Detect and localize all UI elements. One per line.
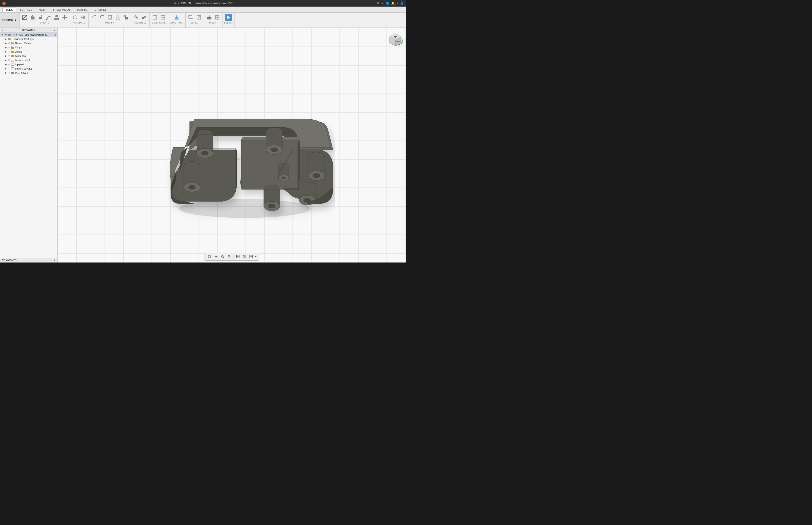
new-sketch-button[interactable] bbox=[21, 14, 28, 21]
configure-btn1[interactable] bbox=[151, 14, 158, 21]
svg-text:Z: Z bbox=[398, 44, 400, 46]
app-icon bbox=[2, 2, 6, 5]
svg-rect-42 bbox=[8, 38, 11, 40]
extrude-button[interactable] bbox=[29, 14, 36, 21]
viewport[interactable]: TOP FRONT X Z bbox=[58, 28, 406, 262]
root-settings-icon[interactable]: ⚙ bbox=[54, 34, 56, 36]
bottum-part-visibility-icon[interactable]: 👁 bbox=[7, 59, 10, 62]
3d-model bbox=[147, 81, 335, 223]
dropdown-chevron[interactable]: ▼ bbox=[255, 255, 257, 258]
configure-btn2[interactable] bbox=[159, 14, 167, 21]
browser-item-top-part[interactable]: ▶ 👁 top part:1 bbox=[0, 62, 57, 66]
named-views-expand[interactable]: ▶ bbox=[4, 42, 7, 45]
named-views-label: Named Views bbox=[15, 42, 31, 45]
root-expand-icon[interactable]: ▼ bbox=[1, 33, 4, 36]
design-mode-button[interactable]: DESIGN ▼ bbox=[0, 13, 19, 28]
insert-btn2[interactable] bbox=[214, 14, 221, 21]
browser-item-battery-cover[interactable]: ▶ 👁 battery cover:1 bbox=[0, 66, 57, 71]
bell-icon[interactable]: 🔔 bbox=[391, 2, 395, 5]
doc-settings-expand[interactable]: ▶ bbox=[4, 38, 7, 41]
browser-item-sketches[interactable]: ▶ 👁 Sketches bbox=[0, 54, 57, 58]
scale-button[interactable] bbox=[122, 14, 129, 21]
tab-utilities[interactable]: UTILITIES bbox=[92, 7, 109, 12]
top-part-visibility-icon[interactable]: 👁 bbox=[7, 63, 10, 66]
environment-button[interactable] bbox=[248, 254, 254, 259]
top-part-icons: 👁 bbox=[7, 63, 14, 66]
browser-label: BROWSER bbox=[22, 29, 35, 31]
browser-item-document-settings[interactable]: ▶ Document Settings bbox=[0, 37, 57, 41]
root-doc-icon bbox=[7, 33, 11, 36]
origin-expand[interactable]: ▶ bbox=[4, 46, 7, 49]
close-icon[interactable]: ✕ bbox=[377, 2, 379, 5]
browser-expand[interactable]: » bbox=[54, 29, 56, 31]
construct-btn1[interactable] bbox=[173, 14, 181, 21]
automate-btn2[interactable] bbox=[79, 14, 87, 21]
browser-root-item[interactable]: ▼ 👁 PHYTION_005_transmitter e... ⚙ bbox=[0, 33, 57, 37]
bottum-part-expand[interactable]: ▶ bbox=[4, 59, 7, 62]
inspect-btn1[interactable] bbox=[187, 14, 195, 21]
svg-point-110 bbox=[221, 255, 223, 257]
pcb-new-expand[interactable]: ▶ bbox=[4, 71, 7, 75]
comments-add-icon[interactable]: + bbox=[54, 259, 56, 261]
toolbar-group-insert: INSERT bbox=[204, 13, 223, 28]
new-tab-icon[interactable]: ＋ bbox=[381, 1, 384, 5]
loft-button[interactable] bbox=[53, 14, 60, 21]
assemble-buttons bbox=[133, 14, 148, 21]
modify-label: MODIFY bbox=[105, 21, 114, 24]
comments-label: COMMENTS bbox=[2, 259, 16, 261]
sketches-visibility-icon[interactable]: 👁 bbox=[7, 55, 10, 57]
automate-btn1[interactable] bbox=[72, 14, 79, 21]
pan-button[interactable] bbox=[213, 254, 219, 259]
display-mode-button[interactable] bbox=[235, 254, 241, 259]
orbit-button[interactable] bbox=[206, 254, 212, 259]
account-icon[interactable]: 👤 bbox=[400, 2, 404, 5]
root-visibility-icon[interactable]: 👁 bbox=[4, 33, 7, 36]
help-icon[interactable]: ? bbox=[397, 2, 398, 5]
draft-button[interactable] bbox=[114, 14, 121, 21]
svg-point-80 bbox=[271, 148, 278, 152]
zoom-fit-button[interactable] bbox=[220, 254, 225, 259]
named-views-icons: 👁 bbox=[7, 42, 14, 45]
toolbar-group-create: CREATE bbox=[19, 13, 70, 28]
visual-style-button[interactable] bbox=[242, 254, 247, 259]
top-part-expand[interactable]: ▶ bbox=[4, 63, 7, 66]
browser-item-pcb-new[interactable]: ▶ 👁 PCB new:1 bbox=[0, 71, 57, 75]
tab-plastic[interactable]: PLASTIC bbox=[74, 7, 91, 12]
revolve-button[interactable] bbox=[37, 14, 44, 21]
collapse-icon[interactable]: « bbox=[2, 29, 3, 31]
browser-item-joints[interactable]: ▶ 👁 Joints bbox=[0, 49, 57, 54]
browser-item-origin[interactable]: ▶ 👁 Origin bbox=[0, 45, 57, 49]
insert-btn1[interactable] bbox=[205, 14, 213, 21]
fillet-button[interactable] bbox=[90, 14, 97, 21]
tab-mesh[interactable]: MESH bbox=[36, 7, 49, 12]
named-views-visibility-icon[interactable]: 👁 bbox=[7, 42, 10, 45]
inspect-btn2[interactable] bbox=[195, 14, 202, 21]
pcb-new-visibility-icon[interactable]: 👁 bbox=[7, 72, 10, 74]
sweep-button[interactable] bbox=[45, 14, 52, 21]
app-icon-area bbox=[2, 2, 6, 5]
joints-visibility-icon[interactable]: 👁 bbox=[7, 50, 10, 53]
tab-surface[interactable]: SURFACE bbox=[17, 7, 35, 12]
view-cube[interactable]: TOP FRONT X Z bbox=[385, 30, 404, 49]
assemble-btn2[interactable] bbox=[140, 14, 148, 21]
joints-icons: 👁 bbox=[7, 50, 14, 53]
origin-visibility-icon[interactable]: 👁 bbox=[7, 46, 10, 49]
tab-solid[interactable]: SOLID bbox=[2, 7, 16, 12]
chamfer-button[interactable] bbox=[98, 14, 106, 21]
tab-sheet-metal[interactable]: SHEET METAL bbox=[50, 7, 73, 12]
doc-settings-label: Document Settings bbox=[12, 38, 34, 41]
move-button[interactable] bbox=[61, 14, 68, 21]
select-label: SELECT bbox=[224, 21, 233, 24]
sketches-expand[interactable]: ▶ bbox=[4, 54, 7, 58]
assemble-label: ASSEMBLE bbox=[134, 21, 147, 24]
assemble-btn1[interactable] bbox=[133, 14, 140, 21]
battery-cover-visibility-icon[interactable]: 👁 bbox=[7, 67, 10, 70]
select-button[interactable] bbox=[225, 14, 232, 21]
joints-expand[interactable]: ▶ bbox=[4, 50, 7, 53]
bottum-part-label: bottum part:1 bbox=[15, 59, 30, 62]
zoom-button[interactable] bbox=[226, 254, 232, 259]
battery-cover-expand[interactable]: ▶ bbox=[4, 67, 7, 70]
browser-item-bottum-part[interactable]: ▶ 👁 bottum part:1 bbox=[0, 58, 57, 62]
shell-button[interactable] bbox=[106, 14, 113, 21]
browser-item-named-views[interactable]: ▶ 👁 Named Views bbox=[0, 41, 57, 45]
